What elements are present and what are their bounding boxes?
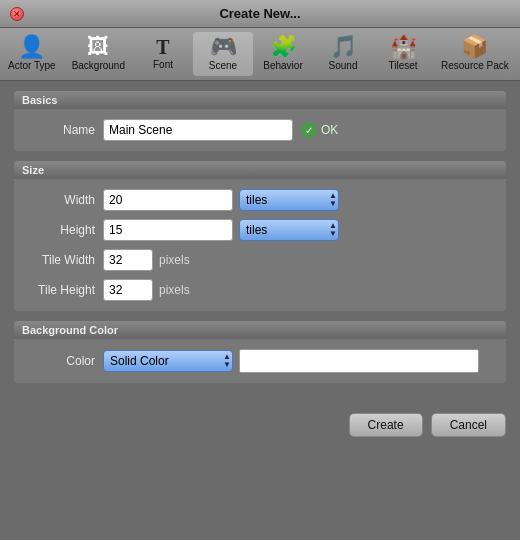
- scene-label: Scene: [209, 60, 237, 72]
- tile-width-row: Tile Width pixels: [28, 249, 492, 271]
- width-input[interactable]: [103, 189, 233, 211]
- close-button[interactable]: ✕: [10, 7, 24, 21]
- name-label: Name: [28, 123, 103, 137]
- window-title: Create New...: [219, 6, 300, 21]
- background-icon: 🖼: [87, 36, 109, 58]
- button-row: Create Cancel: [0, 403, 520, 447]
- sidebar-item-behavior[interactable]: 🧩 Behavior: [253, 32, 313, 76]
- bg-color-header: Background Color: [14, 321, 506, 339]
- sound-icon: 🎵: [330, 36, 357, 58]
- font-icon: T: [156, 37, 169, 57]
- toolbar: 👤 Actor Type 🖼 Background T Font 🎮 Scene…: [0, 28, 520, 81]
- color-type-select[interactable]: Solid Color Gradient Image: [103, 350, 233, 372]
- sidebar-item-actor-type[interactable]: 👤 Actor Type: [0, 32, 64, 76]
- cancel-button[interactable]: Cancel: [431, 413, 506, 437]
- basics-header: Basics: [14, 91, 506, 109]
- tile-width-unit: pixels: [159, 253, 190, 267]
- tile-height-unit: pixels: [159, 283, 190, 297]
- color-label: Color: [28, 354, 103, 368]
- color-swatch[interactable]: [239, 349, 479, 373]
- background-color-section: Background Color Color Solid Color Gradi…: [14, 321, 506, 383]
- color-row: Color Solid Color Gradient Image ▲ ▼: [28, 349, 492, 373]
- resource-pack-label: Resource Pack: [441, 60, 509, 72]
- resource-pack-icon: 📦: [461, 36, 488, 58]
- ok-badge: ✓ OK: [301, 122, 338, 138]
- tile-height-label: Tile Height: [28, 283, 103, 297]
- create-button[interactable]: Create: [349, 413, 423, 437]
- scene-icon: 🎮: [210, 36, 237, 58]
- width-unit-select[interactable]: tiles pixels: [239, 189, 339, 211]
- background-label: Background: [72, 60, 125, 72]
- sidebar-item-scene[interactable]: 🎮 Scene: [193, 32, 253, 76]
- tileset-icon: 🏰: [390, 36, 417, 58]
- width-row: Width tiles pixels ▲ ▼: [28, 189, 492, 211]
- actor-type-label: Actor Type: [8, 60, 56, 72]
- height-label: Height: [28, 223, 103, 237]
- tile-width-input[interactable]: [103, 249, 153, 271]
- height-unit-select[interactable]: tiles pixels: [239, 219, 339, 241]
- size-header: Size: [14, 161, 506, 179]
- sidebar-item-resource-pack[interactable]: 📦 Resource Pack: [433, 32, 517, 76]
- behavior-label: Behavior: [263, 60, 302, 72]
- tile-height-input[interactable]: [103, 279, 153, 301]
- height-input[interactable]: [103, 219, 233, 241]
- name-input[interactable]: [103, 119, 293, 141]
- font-label: Font: [153, 59, 173, 71]
- height-row: Height tiles pixels ▲ ▼: [28, 219, 492, 241]
- sound-label: Sound: [329, 60, 358, 72]
- color-type-wrap: Solid Color Gradient Image ▲ ▼: [103, 350, 233, 372]
- title-bar: ✕ Create New...: [0, 0, 520, 28]
- sidebar-item-sound[interactable]: 🎵 Sound: [313, 32, 373, 76]
- name-row: Name ✓ OK: [28, 119, 492, 141]
- main-content: Basics Name ✓ OK Size Width tiles: [0, 81, 520, 403]
- basics-body: Name ✓ OK: [14, 109, 506, 151]
- ok-label: OK: [321, 123, 338, 137]
- width-label: Width: [28, 193, 103, 207]
- tile-height-row: Tile Height pixels: [28, 279, 492, 301]
- sidebar-item-background[interactable]: 🖼 Background: [64, 32, 133, 76]
- size-section: Size Width tiles pixels ▲ ▼: [14, 161, 506, 311]
- tileset-label: Tileset: [388, 60, 417, 72]
- behavior-icon: 🧩: [270, 36, 297, 58]
- actor-type-icon: 👤: [18, 36, 45, 58]
- bg-color-body: Color Solid Color Gradient Image ▲ ▼: [14, 339, 506, 383]
- basics-section: Basics Name ✓ OK: [14, 91, 506, 151]
- size-body: Width tiles pixels ▲ ▼ Height: [14, 179, 506, 311]
- height-unit-wrap: tiles pixels ▲ ▼: [239, 219, 339, 241]
- width-unit-wrap: tiles pixels ▲ ▼: [239, 189, 339, 211]
- ok-circle-icon: ✓: [301, 122, 317, 138]
- tile-width-label: Tile Width: [28, 253, 103, 267]
- sidebar-item-font[interactable]: T Font: [133, 32, 193, 76]
- sidebar-item-tileset[interactable]: 🏰 Tileset: [373, 32, 433, 76]
